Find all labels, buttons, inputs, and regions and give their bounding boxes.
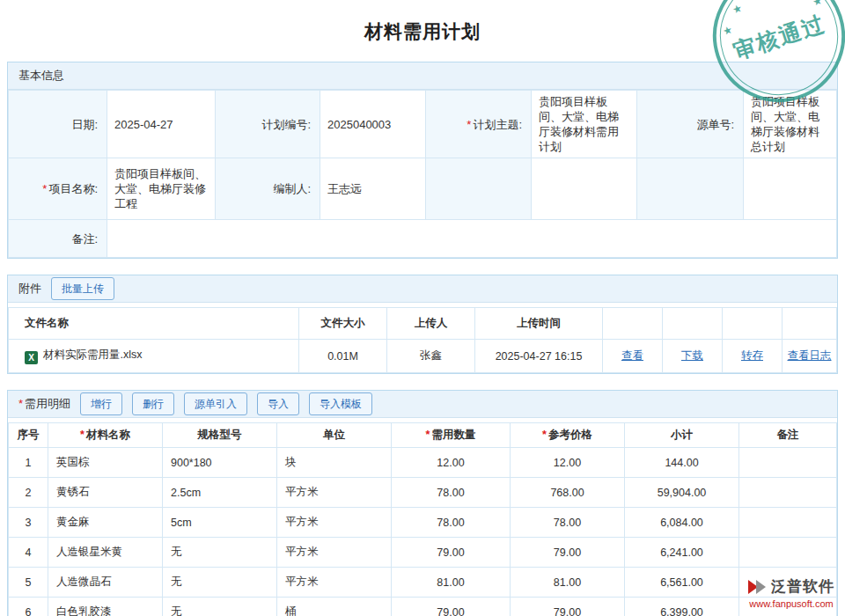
- source-value: 贵阳项目样板间、大堂、电梯厅装修材料总计划: [751, 95, 819, 153]
- subtotal-cell: 6,084.00: [625, 508, 739, 538]
- basic-info-title: 基本信息: [18, 68, 64, 84]
- unit-cell: 平方米: [277, 508, 392, 538]
- vendor-brand-name: 泛普软件: [771, 576, 834, 597]
- attachments-table: 文件名称 文件大小 上传人 上传时间 材料实际需用量.xlsx 0.01M 张鑫…: [8, 307, 837, 373]
- import-button[interactable]: 导入: [257, 392, 299, 415]
- price-cell: 79.00: [511, 538, 625, 568]
- quantity-header: *需用数量: [392, 423, 511, 448]
- creator-value-cell: 王志远: [320, 158, 426, 220]
- download-link[interactable]: 下载: [681, 349, 703, 362]
- uploader-cell: 张鑫: [387, 340, 475, 373]
- subtotal-cell: 6,241.00: [625, 538, 739, 568]
- seq-cell: 4: [9, 538, 48, 568]
- upload-time-header: 上传时间: [475, 308, 603, 340]
- required-asterisk: *: [80, 429, 84, 441]
- attachments-title: 附件: [18, 281, 41, 297]
- spec-header: 规格型号: [163, 423, 277, 448]
- delete-row-button[interactable]: 删行: [132, 392, 174, 415]
- required-asterisk: *: [18, 397, 23, 410]
- subject-label: 计划主题:: [473, 118, 522, 131]
- seq-cell: 2: [9, 478, 48, 508]
- material-name-cell: 人造微晶石: [48, 568, 163, 598]
- price-cell: 79.00: [511, 598, 625, 616]
- add-row-button[interactable]: 增行: [80, 392, 122, 415]
- material-name-cell: 黄锈石: [48, 478, 163, 508]
- unit-cell: 块: [277, 448, 392, 478]
- subtotal-header: 小计: [625, 423, 739, 448]
- project-label-cell: *项目名称:: [9, 158, 107, 220]
- empty-label-cell: [637, 158, 744, 220]
- basic-info-header: 基本信息: [8, 62, 837, 90]
- unit-cell: 桶: [277, 598, 392, 616]
- detail-row: 6 白色乳胶漆 无 桶 79.00 79.00 6,399.00: [9, 598, 837, 616]
- remark-cell: [739, 448, 837, 478]
- view-log-action-cell: 查看日志: [783, 340, 837, 373]
- required-asterisk: *: [426, 429, 430, 441]
- import-from-source-button[interactable]: 源单引入: [184, 392, 247, 415]
- quantity-cell: 79.00: [392, 598, 511, 616]
- remark-value-cell: [107, 220, 837, 258]
- transfer-link[interactable]: 转存: [741, 349, 763, 362]
- basic-row-2: *项目名称: 贵阳项目样板间、大堂、电梯厅装修工程 编制人: 王志远: [9, 158, 837, 220]
- file-name-header: 文件名称: [9, 308, 299, 340]
- view-link[interactable]: 查看: [621, 349, 643, 362]
- spec-cell: 900*180: [163, 448, 277, 478]
- file-size-cell: 0.01M: [299, 340, 387, 373]
- subject-value: 贵阳项目样板间、大堂、电梯厅装修材料需用计划: [539, 95, 619, 153]
- date-value: 2025-04-27: [114, 118, 173, 131]
- attachment-action-header: [783, 308, 837, 340]
- material-name-cell: 英国棕: [48, 448, 163, 478]
- upload-time-cell: 2025-04-27 16:15: [475, 340, 603, 373]
- basic-info-table: 日期: 2025-04-27 计划编号: 2025040003 *计划主题: 贵…: [8, 90, 837, 258]
- source-value-cell: 贵阳项目样板间、大堂、电梯厅装修材料总计划: [744, 91, 837, 158]
- basic-info-section: 基本信息 日期: 2025-04-27 计划编号: 2025040003 *计划…: [7, 62, 838, 259]
- details-section: *需用明细 增行 删行 源单引入 导入 导入模板 序号 *材料名称 规格型号 单…: [7, 390, 838, 616]
- plan-no-label: 计划编号:: [261, 118, 311, 131]
- subject-label-cell: *计划主题:: [426, 91, 532, 158]
- remark-label: 备注:: [71, 232, 98, 246]
- remark-label-cell: 备注:: [9, 220, 107, 258]
- attachment-action-header: [723, 308, 783, 340]
- quantity-cell: 12.00: [392, 448, 511, 478]
- price-cell: 81.00: [511, 568, 625, 598]
- project-value: 贵阳项目样板间、大堂、电梯厅装修工程: [114, 167, 206, 210]
- spec-cell: 无: [163, 538, 277, 568]
- material-name-cell: 黄金麻: [48, 508, 163, 538]
- required-asterisk: *: [542, 429, 547, 441]
- price-cell: 78.00: [511, 508, 625, 538]
- plan-no-label-cell: 计划编号:: [216, 91, 320, 158]
- view-log-link[interactable]: 查看日志: [788, 349, 832, 362]
- seq-cell: 3: [9, 508, 48, 538]
- seq-cell: 5: [9, 568, 48, 598]
- seq-cell: 1: [9, 448, 48, 478]
- import-template-button[interactable]: 导入模板: [309, 392, 372, 415]
- empty-value-cell: [532, 158, 637, 220]
- spec-cell: 无: [163, 598, 277, 616]
- spec-cell: 2.5cm: [163, 478, 277, 508]
- source-label-cell: 源单号:: [637, 91, 744, 158]
- attachment-action-header: [663, 308, 723, 340]
- price-cell: 768.00: [511, 478, 625, 508]
- detail-row: 3 黄金麻 5cm 平方米 78.00 78.00 6,084.00: [9, 508, 837, 538]
- seq-header: 序号: [9, 423, 48, 448]
- source-label: 源单号:: [696, 118, 734, 131]
- plan-no-value-cell: 2025040003: [320, 91, 426, 158]
- page-title: 材料需用计划: [0, 0, 845, 44]
- vendor-site-url: www.fanpusoft.com: [748, 598, 834, 609]
- material-name-cell: 白色乳胶漆: [48, 598, 163, 616]
- project-value-cell: 贵阳项目样板间、大堂、电梯厅装修工程: [107, 158, 216, 220]
- date-label: 日期:: [71, 118, 98, 131]
- details-header-row: 序号 *材料名称 规格型号 单位 *需用数量 *参考价格 小计 备注: [9, 423, 837, 448]
- spec-cell: 5cm: [163, 508, 277, 538]
- uploader-header: 上传人: [387, 308, 475, 340]
- batch-upload-button[interactable]: 批量上传: [51, 277, 114, 300]
- subtotal-cell: 6,399.00: [625, 598, 739, 616]
- download-action-cell: 下载: [663, 340, 723, 373]
- remark-header: 备注: [739, 423, 837, 448]
- view-action-cell: 查看: [603, 340, 663, 373]
- unit-cell: 平方米: [277, 568, 392, 598]
- details-title-text: 需用明细: [25, 397, 70, 410]
- transfer-action-cell: 转存: [723, 340, 783, 373]
- creator-value: 王志远: [327, 182, 362, 195]
- details-header: *需用明细 增行 删行 源单引入 导入 导入模板: [8, 391, 837, 418]
